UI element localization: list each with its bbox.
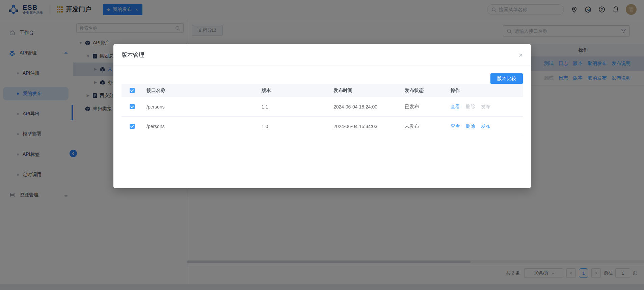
view-link[interactable]: 查看: [451, 104, 460, 110]
publish-link[interactable]: 发布: [481, 123, 490, 129]
delete-link: 删除: [466, 104, 475, 110]
version-table-header: 接口名称 版本 发布时间 发布状态 操作: [122, 84, 523, 97]
version-row-2[interactable]: /persons 1.0 2024-06-04 15:34:03 未发布 查看 …: [122, 117, 523, 136]
dialog-title: 版本管理: [122, 51, 144, 59]
version-management-dialog: 版本管理 × 版本比较 接口名称 版本 发布时间 发布状态 操作 /person…: [113, 44, 531, 188]
publish-status: 已发布: [405, 104, 451, 110]
col-publish-time: 发布时间: [333, 88, 405, 94]
col-publish-status: 发布状态: [405, 88, 451, 94]
select-all-checkbox[interactable]: [130, 88, 135, 93]
row-checkbox[interactable]: [130, 124, 135, 129]
interface-name: /persons: [146, 124, 262, 129]
version-value: 1.0: [262, 124, 333, 129]
version-value: 1.1: [262, 104, 333, 110]
publish-time: 2024-06-04 18:24:00: [333, 104, 405, 110]
close-icon[interactable]: ×: [519, 51, 523, 58]
delete-link[interactable]: 删除: [466, 123, 475, 129]
row-checkbox[interactable]: [130, 104, 135, 109]
version-row-1[interactable]: /persons 1.1 2024-06-04 18:24:00 已发布 查看 …: [122, 97, 523, 117]
col-interface-name: 接口名称: [146, 88, 262, 94]
version-table: 接口名称 版本 发布时间 发布状态 操作 /persons 1.1 2024-0…: [122, 84, 523, 136]
col-actions: 操作: [451, 88, 523, 94]
interface-name: /persons: [146, 104, 262, 110]
publish-status: 未发布: [405, 123, 451, 129]
col-version: 版本: [262, 88, 333, 94]
publish-link: 发布: [481, 104, 490, 110]
view-link[interactable]: 查看: [451, 123, 460, 129]
version-compare-button[interactable]: 版本比较: [490, 73, 523, 84]
publish-time: 2024-06-04 15:34:03: [333, 124, 405, 129]
